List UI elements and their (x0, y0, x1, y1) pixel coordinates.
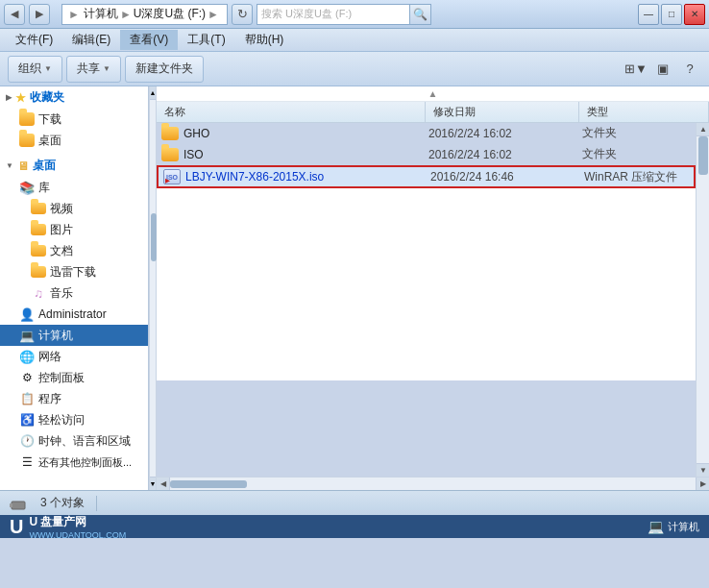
sidebar-scroll-down[interactable]: ▼ (150, 477, 156, 490)
table-row[interactable]: ISO 2016/2/24 16:02 文件夹 (157, 144, 696, 165)
scroll-up-indicator: ▲ (157, 86, 709, 102)
path-part-2: U深度U盘 (F:) (134, 6, 206, 22)
menu-tools[interactable]: 工具(T) (178, 30, 234, 50)
thunder-label: 迅雷下载 (50, 264, 96, 281)
sidebar-item-documents[interactable]: 文档 (0, 240, 148, 261)
table-row[interactable]: ISO LBJY-WIN7-X86-2015X.iso 2016/2/24 16… (157, 165, 696, 188)
desktop-triangle: ▼ (6, 161, 13, 170)
pictures-label: 图片 (50, 222, 73, 238)
sidebar-item-download[interactable]: 下载 (0, 109, 148, 130)
brand-name: U 盘量产网 (29, 514, 126, 530)
sidebar-item-clock[interactable]: 🕐 时钟、语言和区域 (0, 430, 148, 452)
help-button[interactable]: ? (678, 58, 701, 81)
lbjy-name: LBJY-WIN7-X86-2015X.iso (185, 170, 430, 184)
iso-folder-icon (160, 145, 180, 164)
hscroll-left-button[interactable]: ◀ (157, 478, 170, 491)
iso-date: 2016/2/24 16:02 (428, 148, 582, 161)
object-count: 3 个对象 (40, 495, 85, 511)
program-label: 程序 (38, 391, 61, 407)
sidebar-item-pictures[interactable]: 图片 (0, 219, 148, 240)
vertical-scrollbar[interactable]: ▲ ▼ (696, 123, 709, 477)
desktop-group-label: 桌面 (33, 158, 56, 174)
menu-view[interactable]: 查看(V) (120, 30, 178, 50)
brand-text: U 盘量产网 WWW.UDANTOOL.COM (29, 514, 126, 540)
file-list-content: GHO 2016/2/24 16:02 文件夹 ISO 2016/2/24 16… (157, 123, 709, 477)
pictures-folder-icon (31, 222, 46, 237)
vscroll-track (697, 136, 709, 463)
col-date-label: 修改日期 (433, 105, 476, 119)
layout-button[interactable]: ▣ (651, 58, 674, 81)
computer-status-text: 计算机 (668, 520, 699, 534)
col-header-type[interactable]: 类型 (579, 102, 709, 122)
titlebar: ◀ ▶ ► 计算机 ► U深度U盘 (F:) ► ↻ 搜索 U深度U盘 (F:)… (0, 0, 709, 29)
sidebar-item-desktop[interactable]: 桌面 (0, 130, 148, 151)
sidebar-item-library[interactable]: 📚 库 (0, 177, 148, 198)
sidebar-scroll-up[interactable]: ▲ (150, 86, 156, 100)
layout-icon: ▣ (657, 61, 669, 76)
address-path[interactable]: ► 计算机 ► U深度U盘 (F:) ► (61, 4, 228, 25)
sidebar-inner: ▶ ★ 收藏夹 下载 桌面 ▼ 🖥 桌面 (0, 86, 148, 473)
sidebar-item-administrator[interactable]: 👤 Administrator (0, 304, 148, 325)
status-separator (96, 496, 97, 511)
table-row[interactable]: GHO 2016/2/24 16:02 文件夹 (157, 123, 696, 144)
sidebar-item-video[interactable]: 视频 (0, 198, 148, 219)
menu-help[interactable]: 帮助(H) (235, 30, 294, 50)
main-area: ▶ ★ 收藏夹 下载 桌面 ▼ 🖥 桌面 (0, 86, 709, 490)
iso-name: ISO (183, 148, 428, 161)
path-separator: ► (68, 8, 80, 21)
video-folder-icon (31, 201, 46, 216)
close-button[interactable]: ✕ (684, 4, 705, 25)
sidebar-item-more[interactable]: ☰ 还有其他控制面板... (0, 452, 148, 473)
favorites-triangle: ▶ (6, 93, 12, 102)
sidebar-group-favorites[interactable]: ▶ ★ 收藏夹 (0, 86, 148, 109)
sidebar-scrollbar[interactable]: ▲ ▼ (149, 86, 157, 490)
back-button[interactable]: ◀ (4, 4, 25, 25)
toolbar: 组织 ▼ 共享 ▼ 新建文件夹 ⊞▼ ▣ ? (0, 52, 709, 86)
brand-url: WWW.UDANTOOL.COM (29, 530, 126, 540)
bottom-left: U U 盘量产网 WWW.UDANTOOL.COM (10, 514, 126, 540)
sidebar-item-music[interactable]: ♫ 音乐 (0, 282, 148, 304)
vscroll-down-button[interactable]: ▼ (697, 463, 709, 477)
ease-access-icon: ♿ (19, 412, 35, 428)
bottom-watermark-bar: U U 盘量产网 WWW.UDANTOOL.COM 💻 计算机 (0, 515, 709, 538)
more-icon: ☰ (19, 454, 35, 470)
sidebar-item-thunder[interactable]: 迅雷下载 (0, 261, 148, 282)
maximize-button[interactable]: □ (661, 4, 682, 25)
sidebar-item-control-panel[interactable]: ⚙ 控制面板 (0, 367, 148, 388)
organize-button[interactable]: 组织 ▼ (8, 56, 62, 83)
search-button[interactable]: 🔍 (410, 4, 431, 25)
minimize-button[interactable]: — (638, 4, 659, 25)
vscroll-up-button[interactable]: ▲ (697, 123, 709, 136)
path-arrow-1: ► (120, 8, 132, 21)
forward-button[interactable]: ▶ (29, 4, 50, 25)
menu-edit[interactable]: 编辑(E) (62, 30, 120, 50)
horizontal-scrollbar[interactable]: ◀ ▶ (157, 477, 709, 490)
menu-file[interactable]: 文件(F) (6, 30, 62, 50)
col-header-name[interactable]: 名称 (157, 102, 426, 122)
favorites-star-icon: ★ (15, 91, 26, 105)
sidebar-item-ease-access[interactable]: ♿ 轻松访问 (0, 409, 148, 430)
favorites-label: 收藏夹 (30, 89, 64, 106)
library-icon: 📚 (19, 180, 35, 195)
share-button[interactable]: 共享 ▼ (66, 56, 121, 83)
organize-label: 组织 (18, 61, 41, 77)
library-label: 库 (38, 180, 50, 196)
clock-label: 时钟、语言和区域 (38, 433, 131, 450)
minimize-icon: — (644, 9, 653, 19)
hscroll-right-button[interactable]: ▶ (696, 478, 709, 491)
sidebar-item-program[interactable]: 📋 程序 (0, 388, 148, 409)
up-arrow-icon: ▲ (428, 88, 438, 99)
refresh-button[interactable]: ↻ (232, 4, 253, 25)
new-folder-button[interactable]: 新建文件夹 (125, 56, 204, 83)
view-toggle-button[interactable]: ⊞▼ (624, 58, 648, 81)
file-list: ▲ 名称 修改日期 类型 GHO 2016/ (157, 86, 709, 490)
sidebar-item-network[interactable]: 🌐 网络 (0, 346, 148, 367)
sidebar-item-computer[interactable]: 💻 计算机 (0, 325, 148, 346)
sidebar-group-desktop[interactable]: ▼ 🖥 桌面 (0, 155, 148, 177)
control-panel-label: 控制面板 (38, 370, 85, 386)
admin-label: Administrator (38, 307, 107, 321)
path-part-1: 计算机 (84, 6, 118, 22)
col-header-date[interactable]: 修改日期 (426, 102, 579, 122)
search-placeholder: 搜索 U深度U盘 (F:) (261, 7, 352, 21)
search-input[interactable]: 搜索 U深度U盘 (F:) (257, 4, 410, 25)
